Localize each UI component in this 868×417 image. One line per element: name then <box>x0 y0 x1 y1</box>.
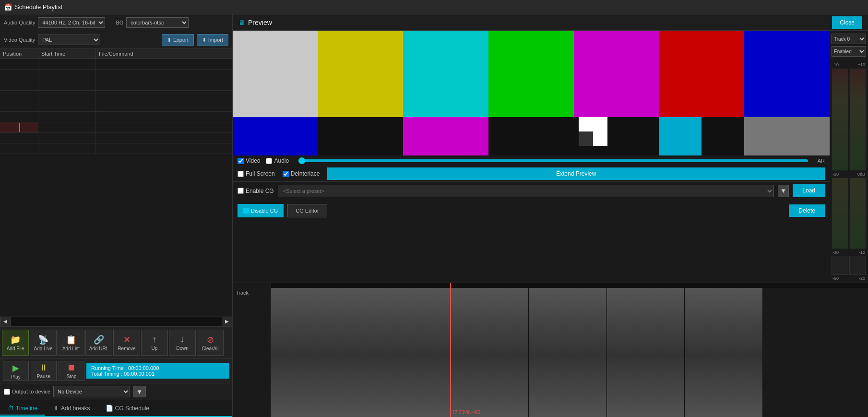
right-panel: 🖥 Preview Close <box>233 14 868 417</box>
stop-button[interactable]: ⏹ Stop <box>59 361 84 381</box>
deinterlace-checkbox-label[interactable]: Deinterlace <box>283 170 320 177</box>
up-button[interactable]: ↑ Up <box>141 330 168 356</box>
clear-all-label: ClearAll <box>202 346 218 351</box>
track-label-area: Track <box>233 283 271 417</box>
table-row[interactable] <box>0 59 232 70</box>
remove-button[interactable]: ✕ Remove <box>113 330 140 356</box>
total-timing-value: 00:00:00.001 <box>124 371 155 377</box>
play-icon: ▶ <box>12 363 19 373</box>
output-checkbox-label[interactable]: Output to device <box>4 389 50 395</box>
scroll-right-button[interactable]: ▶ <box>222 317 232 326</box>
add-file-label: Add File <box>7 346 24 351</box>
add-file-button[interactable]: 📁 Add File <box>2 330 29 356</box>
table-row[interactable] <box>0 70 232 80</box>
play-button[interactable]: ▶ Play <box>3 361 29 381</box>
cg-section: Enable CG <Select a preset> ▼ Load <box>233 181 830 200</box>
cg-select-arrow[interactable]: ▼ <box>778 185 789 197</box>
video-checkbox-label[interactable]: Video <box>238 157 260 164</box>
bar-magenta <box>574 31 659 117</box>
enable-cg-text: Enable CG <box>246 188 274 194</box>
preview-title-area: 🖥 Preview <box>238 19 272 26</box>
table-scroll-row: ◀ ▶ <box>0 316 232 326</box>
table-row[interactable] <box>0 80 232 91</box>
table-row[interactable] <box>0 101 232 112</box>
add-list-button[interactable]: 📋 Add List <box>58 330 84 356</box>
audio-checkbox[interactable] <box>266 158 272 164</box>
pause-button[interactable]: ⏸ Pause <box>31 361 57 381</box>
preview-main: Video Audio AR Full Screen <box>233 31 830 283</box>
bot-bar-5 <box>659 117 702 155</box>
play-label: Play <box>11 374 20 380</box>
cg-preset-select[interactable]: <Select a preset> <box>278 185 774 197</box>
cg-buttons-row: Disable CG CG Editor Delete <box>233 200 830 222</box>
video-quality-select[interactable]: PAL <box>38 35 100 45</box>
fullscreen-row: Full Screen Deinterlace Extend Preview <box>233 166 830 181</box>
add-list-label: Add List <box>62 346 80 351</box>
deinterlace-checkbox[interactable] <box>283 171 289 177</box>
add-url-icon: 🔗 <box>94 334 104 345</box>
delete-button[interactable]: Delete <box>789 204 825 217</box>
left-panel: Audio Quality 44100 Hz, 2 Ch, 16-bit BG … <box>0 14 233 417</box>
timeline-block-empty <box>763 288 868 417</box>
add-live-button[interactable]: 📡 Add Live <box>30 330 57 356</box>
clear-all-button[interactable]: ⊘ ClearAll <box>197 330 224 356</box>
video-quality-label: Video Quality <box>4 37 35 43</box>
output-row: Output to device No Device ▼ <box>0 383 232 400</box>
breaks-tab-label: Add breaks <box>61 405 90 412</box>
preview-slider[interactable] <box>298 159 808 162</box>
preview-icon: 🖥 <box>238 19 245 26</box>
import-button[interactable]: ⬇ Import <box>197 34 228 46</box>
close-button[interactable]: Close <box>832 16 862 29</box>
running-time-label: Running Time : <box>91 365 127 371</box>
breaks-icon: ⏸ <box>53 405 59 412</box>
vu-bar-lowest-right <box>849 256 866 275</box>
timeline-icon: ⏱ <box>8 405 14 412</box>
timeline-track[interactable]: 17:33:06.495 <box>271 283 868 417</box>
enabled-select[interactable]: Enabled <box>832 46 866 57</box>
track-select[interactable]: Track 0 <box>832 34 866 44</box>
output-label: Output to device <box>12 389 50 394</box>
scroll-left-button[interactable]: ◀ <box>0 317 11 326</box>
table-row[interactable] <box>0 91 232 101</box>
pause-label: Pause <box>37 374 50 379</box>
fullscreen-checkbox-label[interactable]: Full Screen <box>238 170 275 177</box>
tab-add-breaks[interactable]: ⏸ Add breaks <box>45 402 98 416</box>
table-row[interactable] <box>0 122 232 133</box>
app-title: Schedule Playlist <box>15 3 62 11</box>
load-button[interactable]: Load <box>793 184 825 197</box>
audio-quality-row: Audio Quality 44100 Hz, 2 Ch, 16-bit BG … <box>0 14 232 31</box>
import-icon: ⬇ <box>202 37 206 43</box>
video-checkbox[interactable] <box>238 158 244 164</box>
tab-timeline[interactable]: ⏱ Timeline <box>0 402 45 416</box>
tab-cg-schedule[interactable]: 📄 CG Schedule <box>98 402 157 416</box>
timeline-block-2 <box>451 288 528 417</box>
table-row[interactable] <box>0 112 232 122</box>
export-button[interactable]: ⬆ Export <box>162 34 194 46</box>
audio-checkbox-label[interactable]: Audio <box>266 157 289 164</box>
timeline-block-3 <box>529 288 606 417</box>
audio-quality-label: Audio Quality <box>4 20 35 25</box>
fullscreen-checkbox[interactable] <box>238 171 244 177</box>
track-select-row: Track 0 Enabled <box>830 31 868 57</box>
table-row[interactable] <box>0 133 232 143</box>
disable-cg-button[interactable]: Disable CG <box>238 204 284 217</box>
enable-cg-checkbox[interactable] <box>238 188 244 194</box>
enable-cg-label[interactable]: Enable CG <box>238 188 274 194</box>
add-live-label: Add Live <box>34 346 53 351</box>
playlist-table: Position Start Time File/Command <box>0 49 232 316</box>
extend-preview-button[interactable]: Extend Preview <box>327 167 825 180</box>
down-button[interactable]: ↓ Down <box>169 330 196 356</box>
add-url-button[interactable]: 🔗 Add URL <box>85 330 112 356</box>
bg-select[interactable]: colorbars-ntsc <box>126 17 189 28</box>
color-bars-top <box>233 31 830 117</box>
table-row[interactable] <box>0 143 232 154</box>
fullscreen-label: Full Screen <box>246 170 275 177</box>
output-checkbox[interactable] <box>4 389 10 395</box>
audio-label: Audio <box>274 157 289 164</box>
output-device-select[interactable]: No Device <box>53 386 130 397</box>
audio-quality-select[interactable]: 44100 Hz, 2 Ch, 16-bit <box>38 17 105 28</box>
output-select-arrow[interactable]: ▼ <box>133 386 146 397</box>
cg-editor-button[interactable]: CG Editor <box>287 204 327 217</box>
timeline-block-5 <box>685 288 762 417</box>
vu-bars-lowest <box>832 256 866 275</box>
